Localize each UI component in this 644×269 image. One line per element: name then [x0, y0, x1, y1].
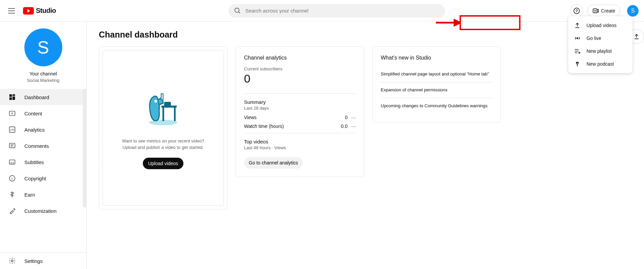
- sidebar-item-comments[interactable]: Comments: [0, 138, 86, 154]
- promo-illustration: [143, 87, 183, 128]
- sidebar: S Your channel Social Marketing Dashboar…: [0, 22, 87, 269]
- header: Studio ? Create S: [0, 0, 644, 22]
- svg-rect-5: [13, 96, 15, 100]
- playlist-icon: [574, 47, 581, 55]
- news-title: What's new in Studio: [381, 55, 492, 61]
- upload-videos-button[interactable]: Upload videos: [143, 158, 184, 169]
- sidebar-item-label: Comments: [24, 143, 49, 149]
- summary-head: Summary: [244, 99, 356, 105]
- podcast-icon: [574, 60, 581, 68]
- svg-rect-17: [174, 108, 176, 121]
- svg-point-19: [154, 100, 157, 103]
- top-sub: Last 48 hours · Views: [244, 145, 356, 150]
- stat-watchtime: Watch time (hours) 0.0—: [244, 124, 356, 129]
- analytics-card: Channel analytics Current subscribers 0 …: [236, 46, 364, 177]
- content-icon: [8, 109, 16, 117]
- sidebar-item-label: Dashboard: [24, 94, 49, 100]
- help-icon: ?: [573, 7, 580, 14]
- account-avatar[interactable]: S: [627, 5, 639, 17]
- create-icon: [592, 7, 599, 14]
- main-content: Channel dashboard: [87, 22, 644, 269]
- studio-logo[interactable]: Studio: [23, 7, 56, 15]
- help-button[interactable]: ?: [570, 4, 583, 17]
- analytics-title: Channel analytics: [244, 55, 356, 61]
- sidebar-item-earn[interactable]: Earn: [0, 186, 86, 203]
- sidebar-item-subtitles[interactable]: Subtitles: [0, 154, 86, 170]
- news-item[interactable]: Upcoming changes to Community Guidelines…: [381, 98, 492, 114]
- search-input[interactable]: [245, 8, 440, 14]
- sidebar-item-dashboard[interactable]: Dashboard: [0, 89, 86, 105]
- svg-point-13: [11, 260, 13, 262]
- menu-toggle-button[interactable]: [8, 7, 16, 15]
- youtube-icon: [23, 7, 34, 15]
- customization-icon: [8, 207, 16, 215]
- sidebar-item-customization[interactable]: Customization: [0, 203, 86, 219]
- sidebar-item-analytics[interactable]: Analytics: [0, 121, 86, 138]
- sidebar-item-label: Earn: [24, 192, 35, 198]
- create-label: Create: [601, 8, 615, 14]
- subtitles-icon: [8, 158, 16, 166]
- sidebar-item-label: Subtitles: [24, 159, 44, 165]
- top-head: Top videos: [244, 139, 356, 144]
- menu-item-label: New playlist: [586, 48, 612, 54]
- sidebar-item-label: Customization: [24, 208, 57, 214]
- channel-label: Your channel: [0, 71, 86, 76]
- promo-card: Want to see metrics on your recent video…: [99, 46, 227, 209]
- channel-avatar: S: [24, 28, 62, 66]
- subs-label: Current subscribers: [244, 66, 356, 71]
- subs-value: 0: [244, 72, 356, 85]
- news-item[interactable]: Expansion of channel permissions: [381, 82, 492, 98]
- comments-icon: [8, 142, 16, 150]
- sidebar-item-label: Content: [24, 111, 42, 116]
- channel-name: Social Marketing: [0, 78, 86, 83]
- create-menu: Upload videos Go live New playlist New p…: [568, 16, 632, 73]
- scrollbar[interactable]: [83, 89, 86, 207]
- menu-item-label: Go live: [586, 36, 601, 41]
- logo-text: Studio: [36, 7, 56, 15]
- svg-rect-9: [9, 143, 15, 148]
- sidebar-item-label: Copyright: [24, 176, 46, 181]
- svg-rect-3: [9, 94, 12, 97]
- copyright-icon: c: [8, 174, 16, 182]
- search-icon: [234, 7, 241, 15]
- news-card: What's new in Studio Simplified channel …: [372, 46, 501, 122]
- svg-rect-18: [164, 102, 171, 106]
- sidebar-item-label: Settings: [24, 258, 43, 264]
- upload-icon: [633, 33, 640, 40]
- trend-dash-icon: —: [351, 115, 356, 120]
- svg-rect-20: [161, 94, 163, 100]
- svg-rect-4: [13, 94, 15, 96]
- live-icon: [574, 35, 581, 42]
- create-button[interactable]: Create: [587, 5, 620, 17]
- page-title: Channel dashboard: [99, 30, 632, 40]
- gear-icon: [8, 257, 16, 265]
- menu-upload-videos[interactable]: Upload videos: [568, 19, 632, 32]
- svg-text:?: ?: [575, 8, 578, 13]
- search-box[interactable]: [228, 4, 445, 18]
- trend-dash-icon: —: [351, 124, 356, 129]
- sidebar-item-settings[interactable]: Settings: [0, 253, 86, 269]
- annotation-arrow: [436, 19, 460, 27]
- dashboard-icon: [8, 93, 16, 101]
- promo-line2: Upload and publish a video to get starte…: [122, 144, 204, 151]
- menu-new-playlist[interactable]: New playlist: [568, 45, 632, 58]
- svg-marker-24: [454, 20, 460, 25]
- go-analytics-button[interactable]: Go to channel analytics: [244, 157, 303, 169]
- sidebar-item-copyright[interactable]: c Copyright: [0, 170, 86, 186]
- svg-text:c: c: [11, 177, 13, 180]
- analytics-icon: [8, 126, 16, 134]
- earn-icon: [8, 190, 16, 199]
- svg-point-22: [577, 63, 578, 64]
- menu-item-label: New podcast: [586, 61, 614, 67]
- menu-go-live[interactable]: Go live: [568, 32, 632, 45]
- upload-icon: [574, 22, 581, 29]
- sidebar-item-label: Analytics: [24, 127, 45, 133]
- news-item[interactable]: Simplified channel page layout and optio…: [381, 66, 492, 82]
- svg-rect-10: [9, 160, 15, 164]
- channel-block[interactable]: S Your channel Social Marketing: [0, 22, 86, 89]
- menu-new-podcast[interactable]: New podcast: [568, 58, 632, 70]
- stat-views: Views 0—: [244, 115, 356, 120]
- svg-point-21: [577, 38, 578, 39]
- sidebar-item-content[interactable]: Content: [0, 105, 86, 121]
- summary-sub: Last 28 days: [244, 106, 356, 111]
